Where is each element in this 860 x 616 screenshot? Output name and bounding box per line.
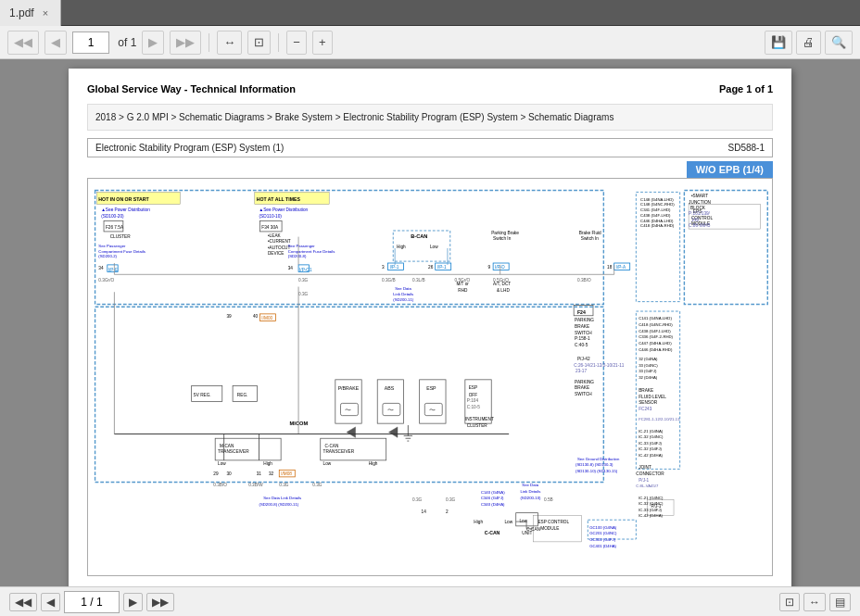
svg-text:P/J-42: P/J-42 [577, 357, 590, 361]
status-nav-first[interactable]: ◀◀ [9, 593, 37, 611]
doc-title: Global Service Way - Technical Informati… [87, 83, 296, 94]
fit-width-button[interactable]: ↔ [217, 31, 242, 55]
fit-page-button[interactable]: ⊡ [247, 31, 271, 55]
svg-text:BRAKE: BRAKE [575, 385, 589, 390]
svg-text:TRANSCEIVER: TRANSCEIVER [323, 449, 355, 454]
zoom-out-button[interactable]: − [286, 31, 307, 55]
svg-text:TRANSCEIVER: TRANSCEIVER [218, 449, 249, 454]
zoom-in-button[interactable]: + [312, 31, 333, 55]
svg-text:UNIT: UNIT [522, 531, 532, 535]
svg-text:23-17: 23-17 [575, 369, 587, 373]
svg-text:I/M00: I/M00 [261, 316, 272, 321]
svg-text:F26 7.5A: F26 7.5A [106, 225, 124, 230]
svg-text:RHD: RHD [458, 288, 468, 293]
svg-text:0.3G: 0.3G [412, 497, 423, 502]
svg-text:SV REG.: SV REG. [194, 393, 211, 397]
svg-text:GC401 (D4HA): GC401 (D4HA) [589, 544, 616, 548]
diagram-code: SD588-1 [728, 143, 765, 153]
status-bar: ◀◀ ◀ ▶ ▶▶ ⊡ ↔ ▤ [0, 586, 860, 616]
svg-text:F34 30A: F34 30A [261, 225, 279, 230]
print-button[interactable]: 🖨 [796, 31, 821, 55]
save-button[interactable]: 💾 [765, 31, 792, 55]
svg-text:Brake Fluid: Brake Fluid [579, 231, 601, 235]
svg-text:C438 (G4FJ-LHD): C438 (G4FJ-LHD) [639, 329, 671, 333]
svg-text:ESP: ESP [426, 385, 436, 391]
svg-text:(SD200-11): (SD200-11) [393, 297, 414, 302]
svg-text:C446 (D4HA-RHD): C446 (D4HA-RHD) [639, 347, 673, 352]
svg-text:IC-21 (G4NC): IC-21 (G4NC) [639, 496, 664, 500]
svg-text:Compartment Fuse Details: Compartment Fuse Details [288, 249, 335, 254]
page-display [72, 31, 109, 54]
wo-epb-badge: W/O EPB (1/4) [687, 161, 773, 178]
svg-text:& LHD: & LHD [497, 288, 510, 293]
svg-text:P/BRAKE: P/BRAKE [338, 385, 360, 391]
svg-text:HOT AT ALL TIMES: HOT AT ALL TIMES [257, 196, 301, 202]
page-number-input[interactable] [72, 31, 109, 54]
svg-text:(SD110-10): (SD110-10) [259, 214, 283, 219]
status-fit-page-button[interactable]: ⊡ [779, 593, 800, 611]
svg-text:0.3Gr/O: 0.3Gr/O [98, 278, 114, 283]
toolbar-right: 💾 🖨 🔍 [765, 31, 853, 55]
svg-text:2: 2 [446, 509, 449, 514]
tab-close-button[interactable]: × [40, 6, 51, 19]
svg-text:C-CAN: C-CAN [324, 444, 339, 448]
status-nav: ◀◀ ◀ ▶ ▶▶ [9, 591, 174, 613]
svg-text:C418 (D4HA-RHD): C418 (D4HA-RHD) [640, 223, 675, 228]
of-label: of 1 [115, 36, 136, 49]
svg-text:〜: 〜 [345, 407, 351, 413]
svg-text:32 (D4HA): 32 (D4HA) [639, 375, 658, 380]
svg-text:0.3B/O: 0.3B/O [577, 278, 591, 283]
svg-text:(SD200-8): (SD200-8) [288, 254, 307, 258]
nav-last-button[interactable]: ▶▶ [170, 31, 201, 55]
svg-text:DEVICE: DEVICE [268, 251, 285, 256]
svg-text:C148 (G4NC-RHD): C148 (G4NC-RHD) [640, 203, 675, 207]
status-icons: ⊡ ↔ ▤ [779, 593, 851, 611]
svg-text:Parking Brake: Parking Brake [491, 231, 519, 235]
svg-text:C:10-5: C:10-5 [467, 405, 481, 409]
nav-prev-button[interactable]: ◀ [44, 31, 67, 55]
toolbar-separator-2 [278, 33, 279, 52]
svg-text:BRAKE: BRAKE [639, 388, 653, 393]
svg-text:IC-33 (G4FJ): IC-33 (G4FJ) [639, 441, 662, 446]
svg-text:C418 (G4NC-RHD): C418 (G4NC-RHD) [639, 322, 673, 327]
pdf-tab[interactable]: 1.pdf × [0, 0, 61, 26]
status-page-input[interactable] [64, 591, 120, 613]
svg-text:IC-21 (G4NA): IC-21 (G4NA) [639, 429, 664, 434]
svg-text:High: High [369, 461, 378, 466]
svg-text:▲See Power Distribution: ▲See Power Distribution [259, 207, 309, 212]
svg-text:I/P-E: I/P-E [108, 268, 119, 272]
svg-text:MODULE: MODULE [540, 526, 559, 531]
svg-text:See Data: See Data [395, 286, 411, 291]
svg-text:P/J-1: P/J-1 [639, 478, 649, 483]
svg-text:C446 (D4HA-LHD): C446 (D4HA-LHD) [640, 219, 674, 223]
svg-text:C447 (D4HA-LHD): C447 (D4HA-LHD) [639, 341, 672, 346]
svg-text:M-CAN: M-CAN [220, 444, 234, 448]
status-nav-prev[interactable]: ◀ [41, 593, 60, 611]
svg-text:BRAKE: BRAKE [575, 324, 589, 329]
breadcrumb: 2018 > G 2.0 MPI > Schematic Diagrams > … [87, 104, 773, 131]
svg-text:ABS: ABS [385, 385, 395, 391]
svg-text:C341 (G4F-LHD): C341 (G4F-LHD) [640, 207, 671, 212]
svg-text:40: 40 [253, 314, 259, 319]
svg-text:High: High [263, 461, 272, 466]
svg-text:34: 34 [98, 266, 104, 270]
svg-text:SENSOR: SENSOR [639, 400, 658, 405]
svg-text:OFF: OFF [469, 393, 478, 397]
status-thumbnail-button[interactable]: ▤ [829, 593, 851, 611]
nav-next-button[interactable]: ▶ [142, 31, 164, 55]
toolbar-separator-1 [209, 33, 209, 52]
svg-text:〜: 〜 [429, 407, 436, 413]
svg-text:IC-32 (G4NC): IC-32 (G4NC) [639, 501, 664, 506]
svg-text:High: High [474, 520, 483, 524]
schematic-diagram: HOT IN ON OR START HOT AT ALL TIMES ▲See… [87, 178, 773, 576]
svg-text:IC-42 (D4HA): IC-42 (D4HA) [639, 453, 663, 458]
svg-text:39: 39 [226, 314, 232, 319]
svg-text:•AUTOCUT: •AUTOCUT [268, 245, 290, 250]
nav-first-button[interactable]: ◀◀ [7, 31, 39, 55]
svg-text:I/P-1: I/P-1 [437, 265, 447, 270]
status-fit-width-button[interactable]: ↔ [803, 593, 826, 611]
search-button[interactable]: 🔍 [825, 31, 853, 55]
status-nav-next[interactable]: ▶ [123, 593, 143, 611]
svg-text:0.5B: 0.5B [544, 497, 553, 502]
status-nav-last[interactable]: ▶▶ [146, 593, 174, 611]
